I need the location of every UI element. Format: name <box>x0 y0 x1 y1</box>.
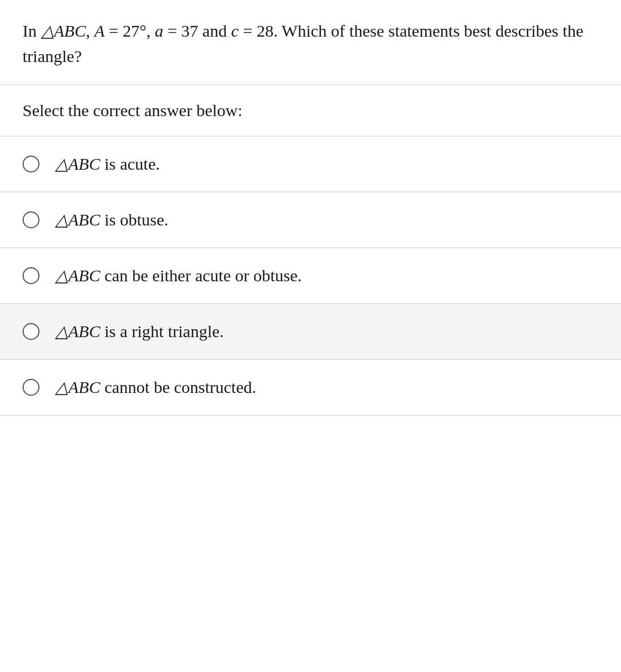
select-instruction: Select the correct answer below: <box>0 85 621 136</box>
question-text: In △ABC, A = 27°, a = 37 and c = 28. Whi… <box>23 18 598 69</box>
answer-label-c: △ABC can be either acute or obtuse. <box>55 264 302 288</box>
radio-a[interactable] <box>23 156 39 173</box>
answer-label-b: △ABC is obtuse. <box>55 208 169 232</box>
answer-label-e: △ABC cannot be constructed. <box>55 375 256 399</box>
answer-label-d: △ABC is a right triangle. <box>55 320 224 343</box>
question-container: In △ABC, A = 27°, a = 37 and c = 28. Whi… <box>0 0 621 672</box>
answer-option-e[interactable]: △ABC cannot be constructed. <box>0 360 621 415</box>
answer-label-a: △ABC is acute. <box>55 152 160 176</box>
radio-d[interactable] <box>23 323 39 340</box>
answer-option-b[interactable]: △ABC is obtuse. <box>0 192 621 247</box>
radio-c[interactable] <box>23 267 39 284</box>
question-header: In △ABC, A = 27°, a = 37 and c = 28. Whi… <box>0 0 621 85</box>
divider-7 <box>0 415 621 415</box>
triangle-abc-ref: △ABC <box>41 21 86 40</box>
answer-option-c[interactable]: △ABC can be either acute or obtuse. <box>0 248 621 303</box>
radio-b[interactable] <box>23 211 39 228</box>
radio-e[interactable] <box>23 379 39 396</box>
answer-option-a[interactable]: △ABC is acute. <box>0 136 621 192</box>
answer-option-d[interactable]: △ABC is a right triangle. <box>0 304 621 359</box>
